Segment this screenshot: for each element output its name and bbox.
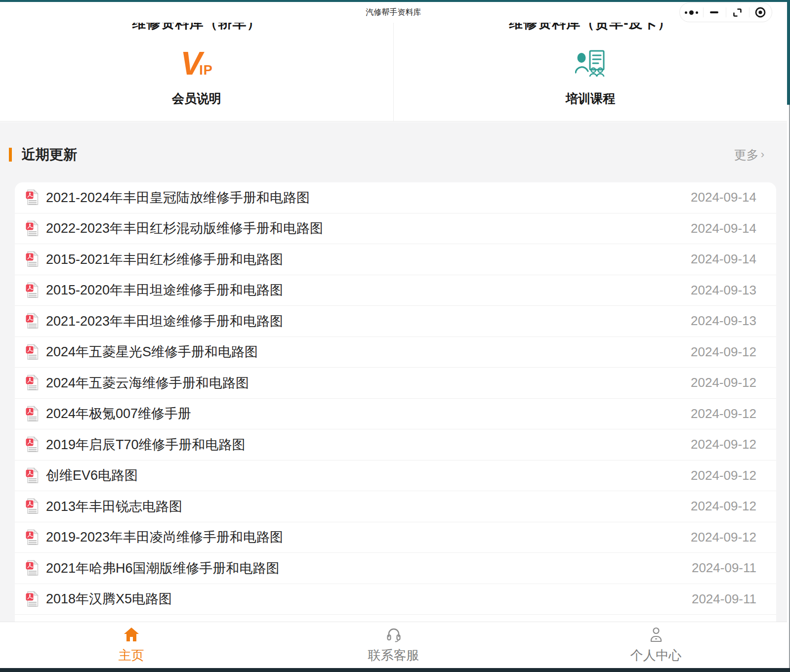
- resize-icon: [732, 7, 743, 18]
- pdf-file-icon: [26, 220, 40, 237]
- close-button[interactable]: [749, 3, 772, 22]
- document-row[interactable]: 2024年五菱云海维修手册和电路图 2024-09-12: [15, 368, 776, 399]
- close-circle-icon: [754, 6, 766, 18]
- pdf-file-icon: [26, 313, 40, 329]
- desktop-edge-top: [0, 0, 790, 2]
- doc-date: 2024-09-12: [691, 499, 756, 514]
- clipped-heading-left: 维修资料库（轿车）: [0, 23, 393, 31]
- doc-date: 2024-09-11: [692, 591, 756, 607]
- document-row[interactable]: 2024年五菱星光S维修手册和电路图 2024-09-12: [15, 337, 776, 368]
- more-link[interactable]: 更多 ›: [734, 147, 764, 163]
- resize-button[interactable]: [726, 3, 749, 22]
- tabbar: 主页 联系客服 个人中心: [0, 622, 787, 668]
- pdf-file-icon: [26, 189, 40, 206]
- document-row[interactable]: 2021-2024年丰田皇冠陆放维修手册和电路图 2024-09-14: [15, 182, 776, 213]
- pdf-file-icon: [26, 560, 40, 576]
- membership-label: 会员说明: [0, 90, 393, 107]
- training-icon: [575, 50, 606, 77]
- doc-date: 2024-09-12: [691, 375, 756, 390]
- window-title: 汽修帮手资料库: [0, 2, 787, 23]
- document-row[interactable]: 2018年汉腾X5电路图 2024-09-11: [15, 584, 776, 615]
- document-row[interactable]: 2015-2021年丰田红杉维修手册和电路图 2024-09-14: [15, 244, 776, 275]
- doc-title: 2015-2020年丰田坦途维修手册和电路图: [46, 281, 679, 299]
- minimize-button[interactable]: [703, 3, 726, 22]
- document-row[interactable]: 2015-2020年丰田坦途维修手册和电路图 2024-09-13: [15, 275, 776, 306]
- heading-accent-bar: [9, 148, 12, 162]
- user-icon: [648, 627, 665, 642]
- titlebar: 汽修帮手资料库: [0, 2, 787, 23]
- desktop-edge-bottom: [0, 668, 790, 672]
- window-controls-capsule: [679, 2, 772, 22]
- doc-date: 2024-09-11: [692, 560, 756, 576]
- doc-date: 2024-09-14: [691, 190, 756, 205]
- home-icon: [123, 627, 140, 642]
- tab-home[interactable]: 主页: [0, 622, 262, 668]
- tab-profile[interactable]: 个人中心: [525, 622, 787, 668]
- headset-icon: [385, 627, 402, 642]
- document-row[interactable]: 2013年丰田锐志电路图 2024-09-12: [15, 491, 776, 522]
- pdf-file-icon: [26, 251, 40, 267]
- recent-list: 2021-2024年丰田皇冠陆放维修手册和电路图 2024-09-14 2022…: [15, 182, 776, 622]
- more-options-button[interactable]: [680, 3, 703, 22]
- document-row[interactable]: 创维EV6电路图 2024-09-12: [15, 461, 776, 492]
- doc-title: 2024年五菱云海维修手册和电路图: [46, 374, 679, 392]
- tab-profile-label: 个人中心: [630, 647, 682, 664]
- pdf-file-icon: [26, 375, 40, 391]
- pdf-file-icon: [26, 406, 40, 422]
- doc-title: 2021-2023年丰田坦途维修手册和电路图: [46, 312, 679, 330]
- more-label: 更多: [734, 147, 759, 163]
- minimize-icon: [710, 11, 718, 13]
- document-row[interactable]: 2019年启辰T70维修手册和电路图 2024-09-12: [15, 429, 776, 461]
- card-membership[interactable]: 维修资料库（轿车） VIP 会员说明: [0, 23, 393, 121]
- doc-date: 2024-09-14: [691, 221, 756, 236]
- clipped-heading-right: 维修资料库（货车-皮卡）: [394, 23, 787, 31]
- pdf-file-icon: [26, 436, 40, 453]
- document-row[interactable]: 2021-2023年丰田坦途维修手册和电路图 2024-09-13: [15, 306, 776, 337]
- more-dots-icon: [685, 10, 698, 15]
- tab-customer-service-label: 联系客服: [368, 647, 419, 664]
- pdf-file-icon: [26, 591, 40, 607]
- doc-title: 2018年汉腾X5电路图: [46, 590, 680, 608]
- doc-title: 2019年启辰T70维修手册和电路图: [46, 436, 679, 454]
- tab-home-label: 主页: [119, 647, 144, 664]
- doc-date: 2024-09-14: [691, 252, 756, 267]
- section-title: 近期更新: [22, 145, 77, 164]
- doc-date: 2024-09-12: [691, 530, 756, 545]
- clipped-heading-wrap: 维修资料库（轿车）: [0, 23, 393, 31]
- pdf-file-icon: [26, 344, 40, 360]
- recent-updates-section: 近期更新 更多 › 2021-2024年丰田皇冠陆放维修手册和电路图 2024-…: [0, 122, 787, 622]
- document-row[interactable]: 2021年哈弗H6国潮版维修手册和电路图 2024-09-11: [15, 553, 776, 584]
- vip-icon: VIP: [180, 48, 213, 78]
- doc-title: 2024年五菱星光S维修手册和电路图: [46, 343, 679, 361]
- doc-date: 2024-09-12: [691, 437, 756, 452]
- chevron-right-icon: ›: [761, 148, 764, 161]
- pdf-file-icon: [26, 282, 40, 298]
- doc-title: 2019-2023年丰田凌尚维修手册和电路图: [46, 528, 679, 546]
- document-row[interactable]: 2024年极氪007维修手册 2024-09-12: [15, 399, 776, 430]
- doc-title: 2024年极氪007维修手册: [46, 405, 679, 422]
- doc-title: 2013年丰田锐志电路图: [46, 498, 679, 515]
- doc-title: 2021-2024年丰田皇冠陆放维修手册和电路图: [46, 189, 679, 207]
- clipped-heading-wrap: 维修资料库（货车-皮卡）: [394, 23, 787, 31]
- training-label: 培训课程: [394, 90, 787, 107]
- top-cards: 维修资料库（轿车） VIP 会员说明 维修资料库（货车-皮卡）: [0, 23, 787, 122]
- doc-date: 2024-09-13: [691, 283, 756, 298]
- doc-date: 2024-09-13: [691, 313, 756, 329]
- pdf-file-icon: [26, 498, 40, 514]
- document-row[interactable]: 2019-2023年丰田凌尚维修手册和电路图 2024-09-12: [15, 522, 776, 553]
- card-training[interactable]: 维修资料库（货车-皮卡） 培训课程: [393, 23, 787, 121]
- tab-customer-service[interactable]: 联系客服: [262, 622, 525, 668]
- section-header: 近期更新 更多 ›: [0, 122, 787, 166]
- document-row[interactable]: 2022-2023年丰田红杉混动版维修手册和电路图 2024-09-14: [15, 213, 776, 245]
- desktop-edge-right: [787, 0, 790, 105]
- doc-date: 2024-09-12: [691, 344, 756, 360]
- doc-title: 2015-2021年丰田红杉维修手册和电路图: [46, 251, 679, 268]
- doc-title: 创维EV6电路图: [46, 466, 679, 484]
- doc-date: 2024-09-12: [691, 468, 756, 483]
- doc-title: 2022-2023年丰田红杉混动版维修手册和电路图: [46, 219, 679, 237]
- pdf-file-icon: [26, 467, 40, 484]
- doc-date: 2024-09-12: [691, 406, 756, 421]
- doc-title: 2021年哈弗H6国潮版维修手册和电路图: [46, 559, 680, 577]
- pdf-file-icon: [26, 529, 40, 546]
